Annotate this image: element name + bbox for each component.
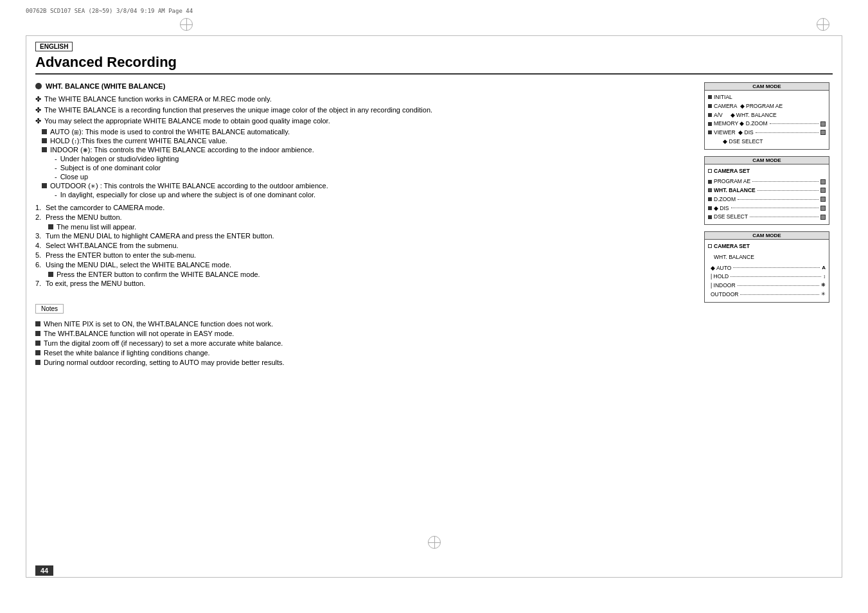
sub-item-hold: HOLD (↕):This fixes the current WHITE BA… <box>42 137 691 145</box>
cam-text3-whtbal: WHT. BALANCE <box>708 253 754 262</box>
notes-label: Notes <box>35 304 64 314</box>
section-header: WHT. BALANCE (WHITE BALANCE) <box>35 82 691 90</box>
sq-bullet-step2 <box>48 224 53 229</box>
dash-item-1: - Under halogen or studio/video lighting <box>55 155 691 163</box>
cam-dots3-hold <box>731 276 821 277</box>
step-text-7: To exit, press the MENU button. <box>46 280 145 287</box>
cam-text3-outdoor: OUTDOOR <box>708 290 738 299</box>
cam-panel-1: CAM MODE INITIAL CAMERA ◆ PROGRAM AE A/V… <box>704 82 829 150</box>
step-num-2: 2. <box>35 213 46 221</box>
cam-row2-dis: ◆ DIS <box>708 204 826 213</box>
step-2-sub: The menu list will appear. <box>48 223 691 231</box>
cam-panel-3: CAM MODE CAMERA SET WHT. BALANCE ◆ AUTO <box>704 231 829 303</box>
note-2: The WHT.BALANCE function will not operat… <box>35 330 691 337</box>
cam-dots3-outdoor <box>740 294 819 295</box>
cam-text-memory: MEMORY ◆ D.ZOOM <box>714 120 768 128</box>
cam-row2-dsesel: DSE SELECT <box>708 213 826 221</box>
cam-right3-indoor: ❋ <box>821 281 826 289</box>
cam-text2-progae: PROGRAM AE <box>714 177 750 186</box>
cam-panel-1-body: INITIAL CAMERA ◆ PROGRAM AE A/V ◆ WHT. B… <box>705 91 829 149</box>
sub-items: AUTO (⊞): This mode is used to control t… <box>42 128 691 199</box>
dash-item-3: - Close up <box>55 173 691 181</box>
cam-sq-camera <box>708 104 712 108</box>
cam-dots3-indoor <box>738 285 819 286</box>
cam-dots2-whtbal <box>757 190 819 191</box>
cross-item-1: ✤ The WHITE BALANCE function works in CA… <box>35 95 691 103</box>
cam-row3-hold: | HOLD ↕ <box>708 272 826 281</box>
cam-right2-dis <box>820 206 826 211</box>
cam-text3-auto: ◆ AUTO <box>708 264 731 272</box>
cam-dots3-auto <box>733 267 820 268</box>
sub-item-auto-text: AUTO (⊞): This mode is used to control t… <box>50 128 290 136</box>
border-right <box>842 35 842 578</box>
step-3: 3. Turn the MENU DIAL to highlight CAMER… <box>35 232 691 240</box>
cam-sq-memory <box>708 122 712 126</box>
cam-text-initial: INITIAL <box>714 93 732 102</box>
page-title: Advanced Recording <box>35 54 833 75</box>
cam-row3-auto: ◆ AUTO A <box>708 264 826 272</box>
cam-right2-dzoom <box>820 197 826 202</box>
cam-right2-progae <box>820 179 826 184</box>
cam-dots2-progae <box>752 181 819 182</box>
cam-row2-dzoom: D.ZOOM <box>708 195 826 204</box>
cam-dots-memory <box>770 123 819 124</box>
step-text-2: Press the MENU button. <box>46 213 122 221</box>
sq-bullet-note5 <box>35 360 40 365</box>
sub-item-outdoor: OUTDOOR (✳) : This controls the WHITE BA… <box>42 182 691 190</box>
dash-item-2: - Subject is of one dominant color <box>55 164 691 172</box>
registration-mark-top-right <box>817 18 829 31</box>
step-num-5: 5. <box>35 251 46 259</box>
cam-sq-initial <box>708 95 712 99</box>
cam-row-av: A/V ◆ WHT. BALANCE <box>708 111 826 120</box>
note-text-3: Turn the digital zoom off (if necessary)… <box>44 339 283 347</box>
cam-panel-2-body: CAMERA SET PROGRAM AE WHT. BALANCE <box>705 164 829 225</box>
sq-bullet-note2 <box>35 331 40 336</box>
cross-text-3: You may select the appropriate WHITE BAL… <box>44 117 330 125</box>
note-4: Reset the white balance if lighting cond… <box>35 349 691 357</box>
cam-sq3-camset <box>708 244 712 248</box>
dash-text-2: Subject is of one dominant color <box>60 164 161 172</box>
cam-right2-dsesel <box>820 215 826 220</box>
cross-sym-1: ✤ <box>35 95 41 103</box>
sq-bullet-step6 <box>48 272 53 277</box>
border-bottom <box>26 577 842 578</box>
cam-dots2-dsesel <box>750 217 819 217</box>
cam-sq-viewer <box>708 130 712 134</box>
cam-row-memory: MEMORY ◆ D.ZOOM <box>708 120 826 128</box>
cam-text2-dsesel: DSE SELECT <box>714 213 748 221</box>
step-5: 5. Press the ENTER button to enter the s… <box>35 251 691 259</box>
cam-row3-whtbal: WHT. BALANCE <box>708 253 826 262</box>
sq-bullet-auto <box>42 129 47 134</box>
cam-text-dse: ◆ DSE SELECT <box>714 138 763 146</box>
note-3: Turn the digital zoom off (if necessary)… <box>35 339 691 347</box>
cam-text3-indoor: | INDOOR <box>708 281 736 290</box>
note-text-5: During normal outdoor recording, setting… <box>44 359 285 366</box>
cam-text2-dzoom: D.ZOOM <box>714 195 736 204</box>
dash-text-4: In daylight, especially for close up and… <box>60 191 315 199</box>
dash-sym-2: - <box>55 164 57 172</box>
cam-right3-hold: ↕ <box>823 273 826 281</box>
cam-row-camera: CAMERA ◆ PROGRAM AE <box>708 102 826 111</box>
cam-right3-auto: A <box>822 264 826 272</box>
cross-sym-2: ✤ <box>35 106 41 114</box>
cam-panel-3-header: CAM MODE <box>705 232 829 240</box>
note-text-2: The WHT.BALANCE function will not operat… <box>44 330 234 337</box>
step-2-sub-text: The menu list will appear. <box>57 223 136 231</box>
note-text-1: When NITE PIX is set to ON, the WHT.BALA… <box>44 320 273 328</box>
cross-text-1: The WHITE BALANCE function works in CAME… <box>44 95 272 103</box>
left-column: WHT. BALANCE (WHITE BALANCE) ✤ The WHITE… <box>35 82 691 368</box>
cam-text-camera: CAMERA ◆ PROGRAM AE <box>714 102 783 111</box>
sq-bullet-note4 <box>35 350 40 355</box>
cam-dots2-dzoom <box>738 199 819 200</box>
step-7: 7. To exit, press the MENU button. <box>35 280 691 287</box>
cam-row2-whtbal: WHT. BALANCE <box>708 186 826 195</box>
cam-dots2-dis <box>731 208 819 208</box>
border-top <box>26 35 842 36</box>
note-5: During normal outdoor recording, setting… <box>35 359 691 366</box>
cam-row2-progae: PROGRAM AE <box>708 177 826 186</box>
sub-item-outdoor-text: OUTDOOR (✳) : This controls the WHITE BA… <box>50 182 328 190</box>
sub-item-indoor-text: INDOOR (❋): This controls the WHITE BALA… <box>50 146 314 154</box>
step-num-7: 7. <box>35 280 46 287</box>
note-text-4: Reset the white balance if lighting cond… <box>44 349 210 357</box>
sub-item-indoor: INDOOR (❋): This controls the WHITE BALA… <box>42 146 691 154</box>
